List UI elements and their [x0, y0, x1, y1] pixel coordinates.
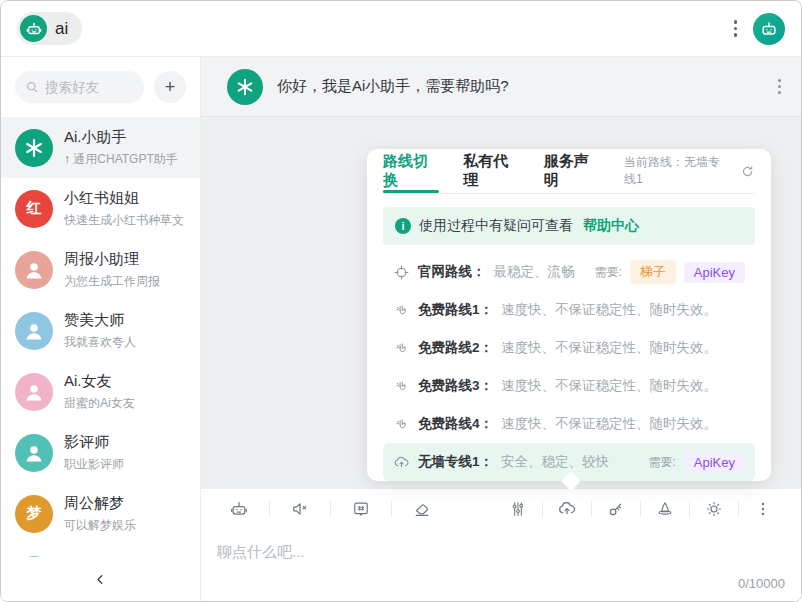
route-desc: 速度快、不保证稳定性、随时失效。 [501, 377, 717, 395]
collapse-sidebar-button[interactable] [87, 565, 115, 593]
route-list: 官网路线： 最稳定、流畅 需要: 梯子 ApiKey [383, 253, 755, 481]
content-area: + Ai.小助手 ↑ 通用CHATGPT助手 [1, 57, 801, 601]
settings-sliders-button[interactable] [506, 497, 530, 521]
theme-sun-button[interactable] [702, 497, 726, 521]
route-free-4[interactable]: 免费路线4： 速度快、不保证稳定性、随时失效。 [383, 405, 755, 443]
route-free-2[interactable]: 免费路线2： 速度快、不保证稳定性、随时失效。 [383, 329, 755, 367]
route-name: 免费路线3： [418, 377, 493, 395]
route-free-3[interactable]: 免费路线3： 速度快、不保证稳定性、随时失效。 [383, 367, 755, 405]
toolbar-divider [269, 501, 270, 517]
contact-praise-master[interactable]: 赞美大师 我就喜欢夸人 [1, 300, 200, 361]
search-icon [24, 79, 40, 95]
mute-speaker-button[interactable] [288, 497, 312, 521]
route-name: 免费路线4： [418, 415, 493, 433]
person-avatar [15, 373, 53, 411]
contact-subtitle: 我就喜欢夸人 [64, 334, 136, 351]
cloud-sync-icon [393, 454, 410, 471]
header-menu-button[interactable] [730, 16, 742, 41]
magic-hat-button[interactable] [653, 497, 677, 521]
contact-subtitle: ↑ 通用CHATGPT助手 [64, 151, 178, 168]
message-menu-button[interactable] [774, 75, 785, 98]
require-label: 需要: [594, 264, 621, 281]
tab-private-proxy[interactable]: 私有代理 [463, 149, 519, 193]
contact-subtitle: 甜蜜的Ai女友 [64, 395, 135, 412]
route-desc: 安全、稳定、较快 [501, 453, 609, 471]
refresh-icon[interactable] [740, 164, 755, 179]
char-counter: 0/10000 [738, 576, 785, 591]
user-avatar[interactable] [753, 13, 785, 45]
apikey-badge[interactable]: ApiKey [684, 262, 745, 283]
up-arrow-icon: ↑ [64, 152, 70, 166]
app-window: ai [0, 0, 802, 602]
toolbar-divider [330, 501, 331, 517]
search-row: + [1, 57, 200, 117]
app-logo-text: ai [55, 19, 68, 39]
contact-xiaohongshu[interactable]: 红 小红书姐姐 快速生成小红书种草文 [1, 178, 200, 239]
hand-icon [393, 378, 410, 395]
chevron-left-icon [93, 572, 108, 587]
route-desc: 速度快、不保证稳定性、随时失效。 [501, 415, 717, 433]
help-info-banner: i 使用过程中有疑问可查看 帮助中心 [383, 207, 755, 245]
popup-tabs: 路线切换 私有代理 服务声明 当前路线：无墙专线1 [383, 149, 755, 194]
hand-icon [393, 302, 410, 319]
openai-flower-icon [15, 129, 53, 167]
search-wrap [15, 71, 144, 103]
toolbar-divider [689, 501, 690, 517]
compass-icon [393, 264, 410, 281]
composer-section: 0/10000 [201, 489, 801, 601]
robot-tool-button[interactable] [227, 497, 251, 521]
route-official[interactable]: 官网路线： 最稳定、流畅 需要: 梯子 ApiKey [383, 253, 755, 291]
assistant-greeting-text: 你好，我是Ai小助手，需要帮助吗? [277, 77, 509, 96]
eraser-button[interactable] [410, 497, 434, 521]
ladder-badge[interactable]: 梯子 [630, 260, 676, 284]
route-desc: 速度快、不保证稳定性、随时失效。 [501, 339, 717, 357]
contact-subtitle: 为您生成工作周报 [64, 273, 160, 290]
contact-subtitle: 职业影评师 [64, 456, 124, 473]
toolbar-divider [391, 501, 392, 517]
route-cloud-button[interactable] [555, 497, 579, 521]
red-char-avatar: 红 [15, 190, 53, 228]
assistant-message-row: 你好，我是Ai小助手，需要帮助吗? [201, 57, 801, 117]
app-logo[interactable]: ai [17, 12, 82, 45]
route-name: 免费路线2： [418, 339, 493, 357]
message-input[interactable] [217, 543, 785, 593]
contact-name: 周公解梦 [64, 494, 136, 513]
tab-route-switch[interactable]: 路线切换 [383, 149, 439, 193]
route-free-1[interactable]: 免费路线1： 速度快、不保证稳定性、随时失效。 [383, 291, 755, 329]
assistant-avatar [227, 69, 263, 105]
contact-subtitle: 快速生成小红书种草文 [64, 212, 184, 229]
token-count-button[interactable] [349, 497, 373, 521]
contact-name: Ai.小助手 [64, 128, 178, 147]
contact-subtitle: 可以解梦娱乐 [64, 517, 136, 534]
contact-name: 赞美大师 [64, 311, 136, 330]
composer: 0/10000 [201, 529, 801, 601]
dream-char-avatar: 梦 [15, 495, 53, 533]
tab-service-statement[interactable]: 服务声明 [544, 149, 600, 193]
contact-weekly-report[interactable]: 周报小助理 为您生成工作周报 [1, 239, 200, 300]
route-name: 官网路线： [418, 263, 486, 281]
contact-ai-assistant[interactable]: Ai.小助手 ↑ 通用CHATGPT助手 [1, 117, 200, 178]
contact-film-critic[interactable]: 影评师 职业影评师 [1, 422, 200, 483]
contact-dream-interpreter[interactable]: 梦 周公解梦 可以解梦娱乐 [1, 483, 200, 544]
route-desc: 最稳定、流畅 [494, 263, 575, 281]
toolbar-divider [542, 501, 543, 517]
toolbar-more-button[interactable] [751, 497, 775, 521]
api-key-button[interactable] [604, 497, 628, 521]
chat-main: 你好，我是Ai小助手，需要帮助吗? 路线切换 私有代理 服务声明 当前路线：无墙… [201, 57, 801, 601]
contact-list: Ai.小助手 ↑ 通用CHATGPT助手 红 小红书姐姐 快速生成小红书种草文 [1, 117, 200, 557]
route-name: 无墙专线1： [418, 453, 493, 471]
route-switch-popup: 路线切换 私有代理 服务声明 当前路线：无墙专线1 i 使用过程中有疑问可查看 [367, 149, 771, 481]
apikey-badge[interactable]: ApiKey [684, 452, 745, 473]
contact-virtual-doctor[interactable]: 虚拟医生 [1, 544, 200, 557]
chat-body: 路线切换 私有代理 服务声明 当前路线：无墙专线1 i 使用过程中有疑问可查看 [201, 117, 801, 489]
contact-ai-girlfriend[interactable]: Ai.女友 甜蜜的Ai女友 [1, 361, 200, 422]
help-info-text: 使用过程中有疑问可查看 [419, 217, 573, 235]
route-desc: 速度快、不保证稳定性、随时失效。 [501, 301, 717, 319]
require-label: 需要: [648, 454, 675, 471]
add-friend-button[interactable]: + [154, 71, 186, 103]
hand-icon [393, 416, 410, 433]
route-wall-free-line[interactable]: 无墙专线1： 安全、稳定、较快 需要: ApiKey [383, 443, 755, 481]
contact-name: Ai.女友 [64, 372, 135, 391]
contact-name: 影评师 [64, 433, 124, 452]
help-center-link[interactable]: 帮助中心 [583, 217, 639, 235]
